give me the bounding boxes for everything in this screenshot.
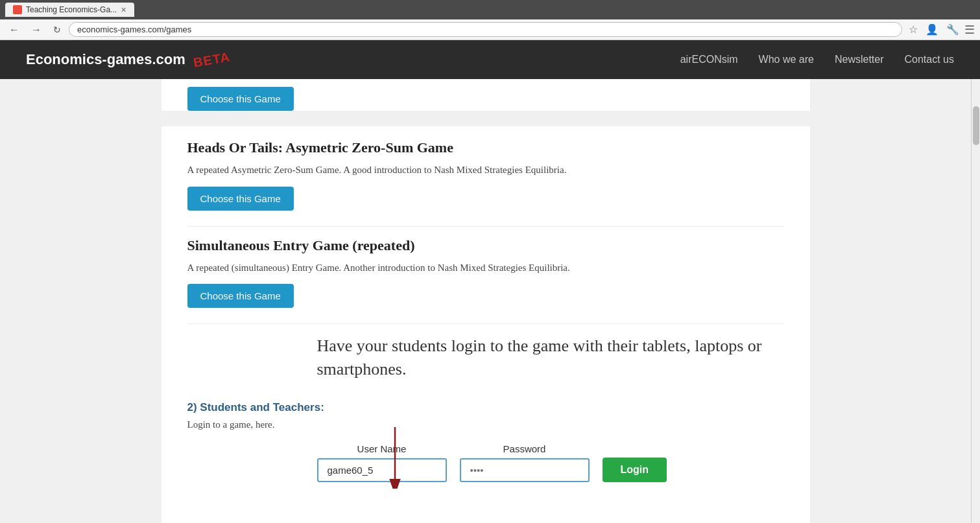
login-form-area: User Name Password Login [187,443,784,482]
students-login-text: Login to a game, here. [187,419,784,430]
main-content: Heads Or Tails: Asymetric Zero-Sum Game … [161,126,810,523]
scrollbar-thumb[interactable] [973,106,979,145]
password-input[interactable] [460,458,590,482]
students-section: 2) Students and Teachers: Login to a gam… [187,401,784,482]
game-description-simultaneous: A repeated (simultaneous) Entry Game. An… [187,261,784,275]
callout-text: Have your students login to the game wit… [317,334,784,382]
site-nav: airECONsim Who we are Newsletter Contact… [680,54,954,65]
students-header: 2) Students and Teachers: [187,401,784,414]
logo-area: Economics-games.com BETA [26,51,230,68]
nav-contact-us[interactable]: Contact us [905,54,954,65]
site-logo: Economics-games.com [26,51,185,68]
choose-game-button-top[interactable]: Choose this Game [187,87,294,111]
divider-1 [187,226,784,227]
game-description-heads-or-tails: A repeated Asymetric Zero-Sum Game. A go… [187,163,784,178]
address-bar[interactable] [69,22,902,37]
nav-newsletter[interactable]: Newsletter [835,54,884,65]
menu-icon[interactable]: ☰ [964,23,975,37]
game-section-partial-top: Choose this Game [187,87,784,111]
refresh-button[interactable]: ↻ [49,23,65,36]
game-section-heads-or-tails: Heads Or Tails: Asymetric Zero-Sum Game … [187,139,784,211]
login-button[interactable]: Login [603,458,667,482]
bookmark-icon[interactable]: ☆ [906,22,920,37]
tab-close-icon[interactable]: ✕ [121,6,126,14]
nav-airECONsim[interactable]: airECONsim [680,54,738,65]
site-header: Economics-games.com BETA airECONsim Who … [0,40,980,79]
choose-game-button-simultaneous[interactable]: Choose this Game [187,284,294,308]
top-partial-section: Choose this Game [161,79,810,111]
password-label: Password [460,443,590,454]
password-group: Password [460,443,590,482]
game-title-simultaneous: Simultaneous Entry Game (repeated) [187,237,784,254]
choose-game-button-heads-or-tails[interactable]: Choose this Game [187,187,294,211]
browser-toolbar: ← → ↻ ☆ 👤 🔧 ☰ [0,19,980,40]
nav-who-we-are[interactable]: Who we are [759,54,814,65]
toolbar-icons: ☆ 👤 🔧 ☰ [906,22,975,37]
scrollbar-track[interactable] [971,79,980,523]
page-main: Choose this Game Heads Or Tails: Asymetr… [0,79,971,523]
login-form-container: User Name Password Login [187,443,784,482]
page-wrapper: Choose this Game Heads Or Tails: Asymetr… [0,79,980,523]
divider-2 [187,323,784,324]
tab-favicon [13,5,22,14]
beta-badge: BETA [192,49,231,71]
user-icon[interactable]: 🔧 [944,22,962,37]
back-button[interactable]: ← [5,23,23,37]
forward-button[interactable]: → [27,23,45,37]
browser-titlebar: Teaching Economics-Ga... ✕ [0,0,980,19]
game-title-heads-or-tails: Heads Or Tails: Asymetric Zero-Sum Game [187,139,784,156]
arrow-annotation [376,424,427,489]
tab-title: Teaching Economics-Ga... [26,5,117,14]
extensions-icon[interactable]: 👤 [923,22,941,37]
browser-tab[interactable]: Teaching Economics-Ga... ✕ [5,3,134,17]
game-section-simultaneous: Simultaneous Entry Game (repeated) A rep… [187,237,784,308]
